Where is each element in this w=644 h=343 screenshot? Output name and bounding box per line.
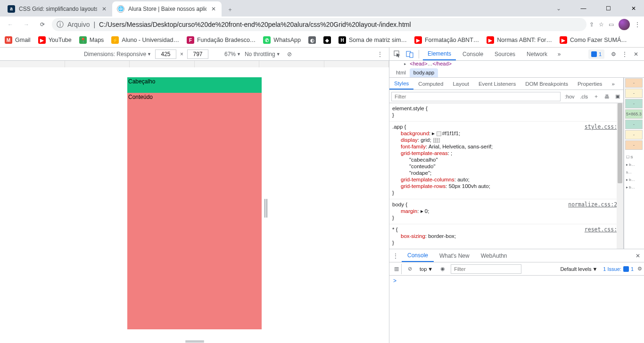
tab-console[interactable]: Console <box>458 48 488 60</box>
bookmark-item[interactable]: ▶Como Fazer SUMÁ… <box>557 34 630 46</box>
subtab-properties[interactable]: Properties <box>573 78 607 90</box>
device-toggle-icon[interactable] <box>405 49 415 59</box>
css-rule[interactable]: body {normalize.css:23margin: ▸ 0;} <box>389 199 623 224</box>
close-window-button[interactable]: ✕ <box>623 1 644 16</box>
console-settings-icon[interactable]: ⚙ <box>637 266 642 272</box>
live-expression-icon[interactable]: ◉ <box>438 264 448 274</box>
context-selector[interactable]: top ▼ <box>418 266 435 272</box>
throttling-selector[interactable]: No throttling▼ <box>245 51 281 57</box>
rotate-icon[interactable]: ⊘ <box>284 49 295 59</box>
bookmark-item[interactable]: ▶Formatação ABNT… <box>412 34 482 46</box>
bookmark-item[interactable]: MGmail <box>2 34 33 46</box>
subtab-layout[interactable]: Layout <box>448 78 474 90</box>
crumb-html[interactable]: html <box>392 68 410 77</box>
more-subtabs-icon[interactable]: » <box>607 78 619 90</box>
inspect-icon[interactable] <box>392 49 403 59</box>
resize-handle-bottom[interactable] <box>185 341 204 343</box>
bookmark-item[interactable]: FFundação Bradesco… <box>184 34 258 46</box>
scrollbar-thumb[interactable] <box>618 103 622 183</box>
more-tabs-icon[interactable]: » <box>554 49 564 59</box>
issues-badge[interactable]: 1 <box>588 49 604 59</box>
box-model-chip[interactable]: - <box>625 130 643 139</box>
maximize-button[interactable]: ☐ <box>598 1 619 16</box>
more-icon[interactable]: ⋮ <box>375 49 385 59</box>
rule-source-link[interactable]: reset.css:1 <box>585 226 620 233</box>
subtab-computed[interactable]: Computed <box>413 78 448 90</box>
close-devtools-icon[interactable]: ✕ <box>631 49 641 59</box>
subtab-styles[interactable]: Styles <box>389 78 413 90</box>
bookmark-item[interactable]: ✆WhatsApp <box>260 34 304 46</box>
computed-toggle-icon[interactable]: ▣ <box>614 93 621 99</box>
menu-icon[interactable]: ⋮ <box>635 21 640 28</box>
css-rule[interactable]: .app {style.css:1background: ▸ #f1f1f1;d… <box>389 122 623 199</box>
cls-toggle[interactable]: .cls <box>579 94 590 99</box>
tab-network[interactable]: Network <box>522 48 552 60</box>
levels-selector[interactable]: Default levels ▼ <box>558 266 599 272</box>
drawer-menu-icon[interactable]: ⋮ <box>389 253 402 259</box>
box-model-chip[interactable]: - <box>625 78 643 88</box>
console-issues[interactable]: 1 Issue: 1 <box>603 266 634 272</box>
css-rule[interactable]: * {reset.css:1box-sizing: border-box;} <box>389 224 623 249</box>
close-icon[interactable]: ✕ <box>210 6 217 12</box>
close-icon[interactable]: ✕ <box>101 6 107 12</box>
bookmark-item[interactable]: HSoma de matriz sim… <box>336 34 410 46</box>
chevron-down-icon[interactable]: ⌄ <box>548 1 569 16</box>
rule-source-link[interactable]: style.css:1 <box>585 123 620 130</box>
subtab-dom-breakpoints[interactable]: DOM Breakpoints <box>520 78 573 90</box>
side-list-item[interactable]: ☐ S <box>625 154 643 160</box>
drawer-tab-webauthn[interactable]: WebAuthn <box>475 249 513 262</box>
rule-source-link[interactable]: normalize.css:23 <box>568 201 620 208</box>
reload-button[interactable]: ⟳ <box>36 18 49 31</box>
kebab-icon[interactable]: ⋮ <box>619 49 630 59</box>
box-model-chip[interactable]: - <box>625 89 643 98</box>
resize-handle-right[interactable] <box>264 199 268 218</box>
side-list-item[interactable]: ▸ b… <box>625 161 643 168</box>
bookmark-item[interactable]: ◐ <box>305 34 319 46</box>
crumb-body-app[interactable]: body.app <box>410 68 438 77</box>
bookmark-item[interactable]: ⚡Aluno - Universidad… <box>108 34 182 46</box>
console-sidebar-icon[interactable]: ▥ <box>391 264 402 274</box>
gear-icon[interactable]: ⚙ <box>608 49 619 59</box>
omnibox[interactable]: ⓘ Arquivo | C:/Users/Messias/Desktop/cur… <box>52 18 586 31</box>
browser-tab[interactable]: a CSS Grid: simplificando layouts: A ✕ <box>3 1 112 16</box>
drawer-tab-whatsnew[interactable]: What's New <box>434 249 475 262</box>
side-list-item[interactable]: ▸ b… <box>625 176 643 183</box>
console-prompt[interactable]: > <box>389 276 644 343</box>
new-rule-icon[interactable]: ＋ <box>592 93 600 100</box>
width-input[interactable] <box>155 49 176 59</box>
bookmark-item[interactable]: 📍Maps <box>76 34 107 46</box>
console-filter-input[interactable] <box>451 264 521 274</box>
media-query-ruler[interactable] <box>0 61 389 67</box>
scrollbar[interactable] <box>617 103 623 249</box>
styles-rules[interactable]: element.style {}.app {style.css:1backgro… <box>389 103 623 249</box>
rendered-page[interactable]: Cabeçalho Conteúdo <box>127 77 262 339</box>
bookmark-star-icon[interactable]: ☆ <box>599 21 604 28</box>
new-tab-button[interactable]: ＋ <box>223 3 237 16</box>
reading-list-icon[interactable]: ▭ <box>609 21 614 28</box>
bookmark-item[interactable]: ▶YouTube <box>35 34 74 46</box>
box-model-chip[interactable]: - <box>625 120 643 129</box>
subtab-event-listeners[interactable]: Event Listeners <box>474 78 520 90</box>
bookmark-item[interactable]: ▶Normas ABNT: For… <box>484 34 555 46</box>
hov-toggle[interactable]: :hov <box>563 94 576 99</box>
box-model-chip[interactable]: - <box>625 99 643 108</box>
side-list-item[interactable]: ▸ b… <box>625 184 643 190</box>
tab-sources[interactable]: Sources <box>490 48 520 60</box>
css-rule[interactable]: element.style {} <box>389 103 623 122</box>
back-button[interactable]: ← <box>4 18 17 31</box>
info-icon[interactable]: ⓘ <box>57 20 64 29</box>
forward-button[interactable]: → <box>20 18 33 31</box>
dimensions-selector[interactable]: Dimensions: Responsive▼ <box>84 51 151 57</box>
box-model-chip[interactable]: 5×865.3 <box>625 109 643 119</box>
box-model-chip[interactable]: - <box>625 140 643 150</box>
clear-console-icon[interactable]: ⊘ <box>405 264 415 274</box>
copy-styles-icon[interactable]: 🖶 <box>603 94 611 99</box>
minimize-button[interactable]: — <box>573 1 594 16</box>
styles-filter-input[interactable] <box>391 92 561 101</box>
bookmark-item[interactable]: ◆ <box>321 34 334 46</box>
drawer-close-icon[interactable]: ✕ <box>632 253 644 259</box>
share-icon[interactable]: ⇪ <box>589 21 594 28</box>
tab-elements[interactable]: Elements <box>423 48 456 60</box>
zoom-selector[interactable]: 67%▼ <box>224 51 241 57</box>
height-input[interactable] <box>187 49 208 59</box>
